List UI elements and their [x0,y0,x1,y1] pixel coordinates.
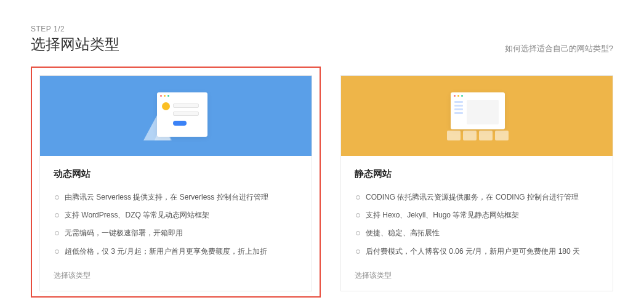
website-type-card-dynamic[interactable]: 动态网站 由腾讯云 Serverless 提供支持，在 Serverless 控… [31,67,321,298]
help-link[interactable]: 如何选择适合自己的网站类型? [505,43,613,54]
card-hero-illustration [341,76,613,156]
page-title: 选择网站类型 [31,34,119,54]
list-item: 超低价格，仅 3 元/月起；新用户首月更享免费额度，折上加折 [54,243,298,261]
list-item: 后付费模式，个人博客仅 0.06 元/月，新用户更可免费使用 180 天 [355,243,599,261]
card-container: 动态网站 由腾讯云 Serverless 提供支持，在 Serverless 控… [31,67,613,298]
step-indicator: STEP 1/2 [31,25,119,33]
card-title: 静态网站 [355,168,599,180]
list-item: 由腾讯云 Serverless 提供支持，在 Serverless 控制台进行管… [54,188,298,206]
list-item: 无需编码，一键极速部署，开箱即用 [54,224,298,242]
list-item: CODING 依托腾讯云资源提供服务，在 CODING 控制台进行管理 [355,188,599,206]
list-item: 支持 WordPress、DZQ 等常见动态网站框架 [54,206,298,224]
website-type-card-static[interactable]: 静态网站 CODING 依托腾讯云资源提供服务，在 CODING 控制台进行管理… [340,67,613,298]
select-type-button[interactable]: 选择该类型 [54,270,298,281]
feature-list: 由腾讯云 Serverless 提供支持，在 Serverless 控制台进行管… [54,188,298,261]
card-title: 动态网站 [54,168,298,180]
feature-list: CODING 依托腾讯云资源提供服务，在 CODING 控制台进行管理 支持 H… [355,188,599,261]
list-item: 便捷、稳定、高拓展性 [355,224,599,242]
select-type-button[interactable]: 选择该类型 [355,270,599,281]
list-item: 支持 Hexo、Jekyll、Hugo 等常见静态网站框架 [355,206,599,224]
card-hero-illustration [40,76,312,156]
